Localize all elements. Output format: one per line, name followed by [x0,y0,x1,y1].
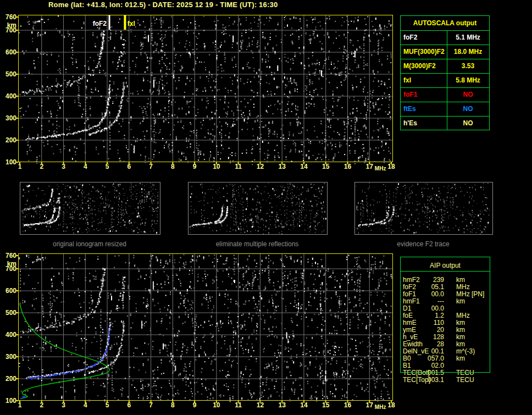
autoscala-row-value: 5.8 MHz [447,76,489,84]
aip-value: 05.1 [413,284,444,290]
y-tick-760: 760 [0,13,16,21]
aip-value: 1.2 [413,312,444,319]
thumbnail-ionogram-image-1 [189,182,327,234]
y-tick-760: 760 [0,252,16,259]
aip-unit: TECU [456,377,474,383]
aip-unit: MHz [456,284,470,290]
marker-label-foF2: foF2 [84,20,107,27]
aip-label-foE: foE [403,312,413,319]
autoscala-row-label: MUF(3000)F2 [403,48,445,56]
aip-unit: MHz [456,291,470,297]
aip-value: 003.1 [413,377,444,383]
autoscala-row-label: foF1 [403,91,417,98]
aip-label-B0: B0 [403,355,411,362]
y-axis-unit: km [0,21,16,29]
y-tick-200: 200 [0,375,16,383]
autoscala-table-header: AUTOSCALA output [401,16,489,30]
electron-density-profile-curve [20,305,109,399]
autoscala-row-value: NO [447,119,489,127]
aip-unit: km [456,355,465,362]
aip-extra: [PN] [472,291,484,297]
aip-value: 28 [413,341,444,347]
y-tick-400: 400 [0,92,16,100]
aip-table-header: AIP output [400,262,490,269]
autoscala-row-value: 5.1 MHz [447,34,489,41]
thumbnail-ionogram-image-2 [355,182,492,234]
thumbnail-ionogram-image-0 [20,182,160,234]
aip-value: 239 [413,276,444,283]
aip-unit: km [456,334,465,340]
autoscala-row-label: foF2 [403,34,417,41]
thumbnail-caption-evidence: evidence F2 trace [354,240,492,248]
aip-unit: km [456,276,465,283]
aip-value: 057.0 [413,355,444,362]
autoscala-row-M3000F2: M(3000)F23.53 [401,59,489,73]
thumbnail-eliminate-reflections [188,182,328,235]
autoscala-row-foF2: foF25.1 MHz [401,30,489,45]
autoscala-row-value: 3.53 [447,62,489,70]
aip-unit: km [456,327,465,333]
aip-value: 00.1 [413,348,444,355]
aip-unit: km [456,319,465,326]
aip-value: 128 [413,334,444,340]
top-ionogram-plot [16,14,395,167]
y-axis-unit: km [0,260,16,268]
autoscala-row-label: M(3000)F2 [403,62,436,70]
aip-value: --- [413,298,444,305]
aip-unit: km [456,298,465,305]
aip-value: 20 [413,327,444,333]
autoscala-window: Rome (lat: +41.8, lon: 012.5) - DATE: 20… [0,0,532,415]
autoscala-row-label: ftEs [403,105,416,113]
thumbnail-caption-original: original ionogram resized [20,240,159,248]
y-tick-600: 600 [0,48,16,56]
aip-header-separator [400,271,490,272]
autoscala-row-label: fxI [403,76,411,84]
thumbnail-evidence-f2-trace [354,182,493,235]
aip-value: 00.0 [413,291,444,297]
y-tick-300: 300 [0,114,16,122]
y-tick-200: 200 [0,136,16,144]
y-tick-400: 400 [0,331,16,339]
aip-unit: TECU [456,369,474,376]
autoscala-row-label: h'Es [403,119,417,127]
autoscala-row-fxI: fxI5.8 MHz [401,73,489,87]
aip-value: 02.0 [413,362,444,369]
aip-unit: km [456,341,465,347]
autoscala-row-ftEs: ftEsNO [401,102,489,116]
autoscala-row-foF1: foF1NO [401,87,489,102]
autoscala-row-value: NO [447,91,489,98]
thumbnail-original-ionogram [20,182,160,235]
y-tick-300: 300 [0,353,16,361]
aip-label-B1: B1 [403,362,411,369]
aip-unit: m^(-3) [456,348,475,355]
autoscala-row-MUF3000F2: MUF(3000)F218.0 MHz [401,45,489,59]
y-tick-500: 500 [0,70,16,78]
thumbnail-caption-eliminate: eliminate multiple reflections [188,240,326,248]
autoscala-row-value: NO [447,105,489,113]
station-date-title: Rome (lat: +41.8, lon: 012.5) - DATE: 20… [48,1,278,9]
aip-label-D1: D1 [403,305,411,312]
marker-label-fxI: fxI [128,20,135,27]
aip-value: 001.5 [413,369,444,376]
aip-value: 110 [413,319,444,326]
y-tick-600: 600 [0,287,16,295]
autoscala-output-table: AUTOSCALA output foF25.1 MHzMUF(3000)F21… [400,15,490,130]
bottom-ionogram-plot [16,252,395,405]
autoscala-row-hEs: h'EsNO [401,116,489,130]
aip-unit: MHz [456,312,470,319]
y-tick-500: 500 [0,309,16,317]
autoscala-row-value: 18.0 MHz [447,48,489,56]
aip-value: 00.0 [413,305,444,312]
